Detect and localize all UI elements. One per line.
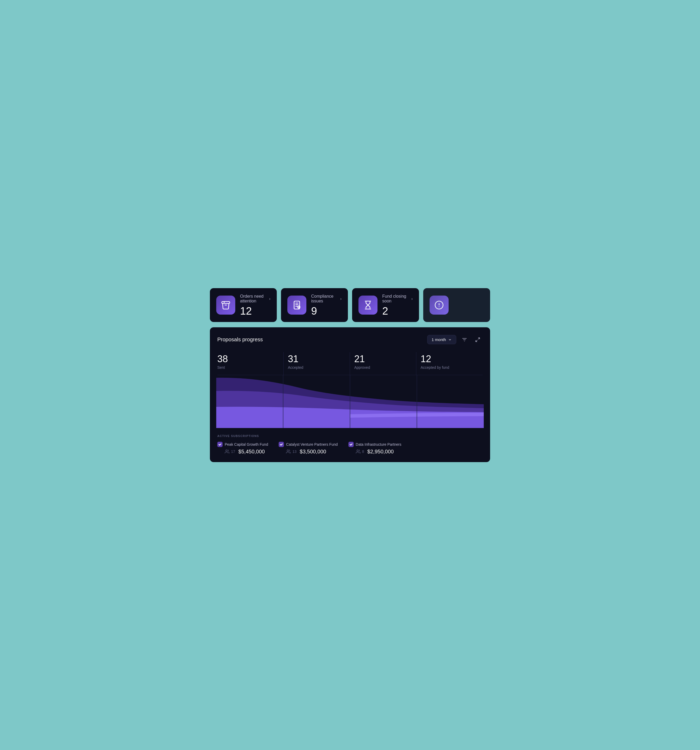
orders-chevron: ›	[269, 297, 270, 301]
fund-closing-title-row: Fund closing soon ›	[382, 294, 413, 303]
fund-closing-chevron: ›	[411, 297, 413, 301]
compliance-icon	[292, 300, 302, 310]
fund-closing-title: Fund closing soon	[382, 294, 409, 303]
stat-sent-label: Sent	[217, 365, 279, 370]
investors-icon-3	[356, 449, 361, 454]
investors-icon-2	[286, 449, 291, 454]
proposals-chart	[216, 375, 484, 428]
sub-2-investors: 8	[356, 449, 364, 454]
compliance-card-content: Compliance issues › 9	[311, 294, 342, 316]
checkmark-icon-2	[280, 443, 283, 446]
month-selector[interactable]: 1 month	[427, 335, 456, 344]
filter-icon	[462, 337, 467, 342]
proposals-chart-svg	[216, 375, 484, 428]
svg-point-8	[287, 450, 289, 451]
checkmark-icon-3	[350, 443, 353, 446]
sub-2-amount: $2,950,000	[367, 449, 394, 455]
sub-1-name: Catalyst Venture Partners Fund	[286, 442, 338, 447]
svg-point-0	[224, 302, 224, 303]
subscriptions-row: Peak Capital Growth Fund 17	[217, 442, 483, 455]
sub-0-amount: $5,450,000	[238, 449, 265, 455]
subscription-item-2: Data Infrastructure Partners 8	[348, 442, 402, 455]
stat-sent-number: 38	[217, 354, 279, 364]
filter-button[interactable]	[459, 335, 470, 345]
active-subs-label: ACTIVE SUBSCRIPTIONS	[217, 434, 483, 438]
active-subscriptions-section: ACTIVE SUBSCRIPTIONS Peak Capital Growth…	[217, 434, 483, 455]
sub-1-title-row: Catalyst Venture Partners Fund	[279, 442, 338, 447]
hourglass-icon	[363, 300, 373, 310]
compliance-title: Compliance issues	[311, 294, 338, 303]
fund-closing-number: 2	[382, 306, 413, 316]
stat-sent: 38 Sent	[217, 352, 284, 375]
sub-2-title-row: Data Infrastructure Partners	[348, 442, 402, 447]
proposals-title: Proposals progress	[217, 337, 263, 343]
sub-0-title-row: Peak Capital Growth Fund	[217, 442, 268, 447]
alert-circle-icon	[434, 300, 444, 310]
compliance-chevron: ›	[340, 297, 342, 301]
compliance-title-row: Compliance issues ›	[311, 294, 342, 303]
orders-number: 12	[240, 306, 270, 316]
stat-accepted-label: Accepted	[288, 365, 345, 370]
alert-card-fund-closing[interactable]: Fund closing soon › 2	[352, 288, 419, 322]
sub-0-name: Peak Capital Growth Fund	[225, 442, 268, 447]
subscription-item-1: Catalyst Venture Partners Fund 13	[279, 442, 338, 455]
orders-icon-wrap	[216, 295, 235, 315]
orders-card-content: Orders need attention › 12	[240, 294, 270, 316]
stat-approved-label: Approved	[354, 365, 412, 370]
fund-closing-card-content: Fund closing soon › 2	[382, 294, 413, 316]
alert-card-orders[interactable]: Orders need attention › 12	[210, 288, 277, 322]
month-selector-label: 1 month	[432, 337, 446, 342]
alert-card-compliance[interactable]: Compliance issues › 9	[281, 288, 348, 322]
sub-0-checkbox[interactable]	[217, 442, 223, 447]
sub-1-investor-count: 13	[292, 449, 296, 453]
sub-2-name: Data Infrastructure Partners	[356, 442, 402, 447]
sub-2-checkbox[interactable]	[348, 442, 354, 447]
proposals-card: Proposals progress 1 month	[210, 327, 490, 462]
sub-1-amount: $3,500,000	[300, 449, 326, 455]
stat-accepted-by-fund-number: 12	[421, 354, 479, 364]
orders-title-row: Orders need attention ›	[240, 294, 270, 303]
dashboard-container: Orders need attention › 12 Compliance is…	[210, 288, 490, 462]
sub-0-investor-count: 17	[231, 449, 235, 453]
stats-row: 38 Sent 31 Accepted 21 Approved 12 Accep…	[217, 352, 483, 375]
sub-2-stats: 8 $2,950,000	[348, 449, 402, 455]
stat-accepted-by-fund: 12 Accepted by fund	[416, 352, 483, 375]
compliance-icon-wrap	[287, 295, 306, 315]
chevron-down-icon	[448, 338, 452, 341]
sub-1-checkbox[interactable]	[279, 442, 284, 447]
sub-2-investor-count: 8	[362, 449, 364, 453]
sub-1-stats: 13 $3,500,000	[279, 449, 338, 455]
expand-icon	[475, 337, 480, 342]
sub-1-investors: 13	[286, 449, 296, 454]
sub-0-stats: 17 $5,450,000	[217, 449, 268, 455]
sub-0-investors: 17	[225, 449, 235, 454]
stat-approved: 21 Approved	[350, 352, 416, 375]
expand-button[interactable]	[473, 335, 483, 345]
checkmark-icon	[218, 443, 221, 446]
alert-card-partial[interactable]	[423, 288, 490, 322]
orders-icon	[221, 300, 230, 310]
svg-point-7	[226, 450, 227, 451]
stat-accepted: 31 Accepted	[284, 352, 350, 375]
stat-approved-number: 21	[354, 354, 412, 364]
compliance-number: 9	[311, 306, 342, 316]
fund-closing-icon-wrap	[358, 295, 378, 315]
stat-accepted-number: 31	[288, 354, 345, 364]
investors-icon	[225, 449, 229, 454]
svg-point-9	[357, 450, 358, 451]
orders-title: Orders need attention	[240, 294, 267, 303]
alert-cards-row: Orders need attention › 12 Compliance is…	[210, 288, 490, 322]
subscription-item-0: Peak Capital Growth Fund 17	[217, 442, 268, 455]
partial-icon-wrap	[430, 295, 448, 315]
stat-accepted-by-fund-label: Accepted by fund	[421, 365, 479, 370]
proposals-header: Proposals progress 1 month	[217, 335, 483, 345]
proposals-controls: 1 month	[427, 335, 483, 345]
